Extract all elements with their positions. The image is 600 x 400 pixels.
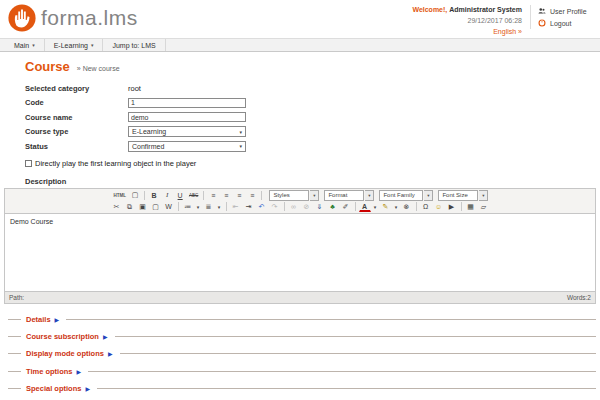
- outdent-button[interactable]: ⇤: [230, 201, 242, 212]
- section-course-subscription[interactable]: Course subscription▶: [8, 328, 596, 345]
- fontfamily-select-chevron-icon[interactable]: ▾: [424, 190, 433, 201]
- backcolor-button[interactable]: ✎: [380, 201, 392, 212]
- forma-lms-logo[interactable]: forma.lms: [7, 3, 138, 33]
- paste-text-button[interactable]: ▢: [150, 201, 162, 212]
- italic-button[interactable]: I: [161, 190, 173, 201]
- styles-select[interactable]: Styles: [269, 190, 309, 201]
- section-special-options[interactable]: Special options▶: [8, 380, 596, 397]
- bold-button[interactable]: B: [148, 190, 160, 201]
- paste-word-button[interactable]: W: [163, 201, 175, 212]
- numbered-list-button[interactable]: ≣: [203, 201, 215, 212]
- strikethrough-button[interactable]: ABC: [187, 190, 200, 201]
- section-rule-right: [120, 353, 596, 354]
- remove-format-button[interactable]: ⊗: [401, 201, 413, 212]
- bullet-list-button[interactable]: ≔: [182, 201, 194, 212]
- fontsize-select[interactable]: Font Size: [438, 190, 478, 201]
- status-select[interactable]: Confirmed ▾: [128, 141, 246, 152]
- description-label: Description: [25, 177, 600, 186]
- header-user-info: Welcome!, Administrator System 29/12/201…: [412, 5, 522, 38]
- course-name-input[interactable]: [128, 112, 246, 122]
- course-form: Selected category root Code Course name …: [25, 81, 600, 169]
- media-button[interactable]: ▶: [446, 201, 458, 212]
- selected-category-value: root: [128, 84, 141, 93]
- forecolor-menu-button[interactable]: ▾: [372, 201, 379, 212]
- editor-content-area[interactable]: Demo Course: [5, 213, 595, 291]
- user-profile-link[interactable]: User Profile: [538, 5, 594, 17]
- align-justify-button[interactable]: ≡: [246, 190, 258, 201]
- section-rule-right: [66, 319, 596, 320]
- autoplay-checkbox[interactable]: [25, 160, 32, 167]
- code-input[interactable]: [128, 98, 246, 108]
- logout-label: Logout: [550, 20, 571, 27]
- html-source-button[interactable]: HTML: [112, 190, 129, 201]
- underline-button[interactable]: U: [174, 190, 186, 201]
- course-name-label: Course name: [25, 113, 128, 122]
- redo-button[interactable]: ↷: [269, 201, 281, 212]
- menu-item-jump-to-lms[interactable]: Jump to: LMS: [103, 39, 165, 51]
- new-document-button[interactable]: ▢: [129, 190, 141, 201]
- align-right-button[interactable]: ≡: [233, 190, 245, 201]
- page-title: Course: [25, 59, 70, 74]
- forecolor-button[interactable]: A: [359, 202, 371, 212]
- image-button[interactable]: ♣: [327, 201, 339, 212]
- section-rule-right: [115, 336, 596, 337]
- toolbar-separator: [261, 191, 262, 200]
- anchor-button[interactable]: ⇓: [314, 201, 326, 212]
- indent-button[interactable]: ⇥: [243, 201, 255, 212]
- menu-item-label: E-Learning: [54, 42, 88, 49]
- description-editor: HTML▢BIUABC≡≡≡≡Styles▾Format▾Font Family…: [4, 188, 596, 304]
- logo-text: forma.lms: [41, 6, 138, 30]
- menu-item-e-learning[interactable]: E-Learning▾: [45, 39, 104, 51]
- emoticons-button[interactable]: ☺: [433, 201, 445, 212]
- special-char-button[interactable]: Ω: [420, 201, 432, 212]
- selected-category-row: Selected category root: [25, 81, 600, 96]
- status-value: Confirmed: [132, 143, 164, 150]
- toolbar-separator: [284, 202, 285, 211]
- styles-select-chevron-icon[interactable]: ▾: [310, 190, 319, 201]
- status-label: Status: [25, 142, 128, 151]
- table-button[interactable]: ▦: [465, 201, 477, 212]
- toolbar-separator: [416, 202, 417, 211]
- fontfamily-select[interactable]: Font Family: [379, 190, 423, 201]
- selected-category-label: Selected category: [25, 84, 128, 93]
- align-left-button[interactable]: ≡: [207, 190, 219, 201]
- section-rule-right: [97, 388, 596, 389]
- template-button[interactable]: ▱: [478, 201, 490, 212]
- format-select[interactable]: Format: [324, 190, 364, 201]
- section-time-options[interactable]: Time options▶: [8, 363, 596, 380]
- format-select-chevron-icon[interactable]: ▾: [365, 190, 374, 201]
- user-name: Administrator System: [449, 6, 522, 13]
- datetime-text: 29/12/2017 06:28: [412, 16, 522, 27]
- code-row: Code: [25, 96, 600, 111]
- section-display-mode-options[interactable]: Display mode options▶: [8, 345, 596, 362]
- undo-button[interactable]: ↶: [256, 201, 268, 212]
- language-selector[interactable]: English »: [412, 27, 522, 38]
- logout-link[interactable]: Logout: [538, 17, 594, 29]
- cleanup-button[interactable]: ✐: [340, 201, 352, 212]
- section-label: Course subscription: [26, 332, 99, 341]
- numbered-list-menu-button[interactable]: ▾: [216, 201, 223, 212]
- link-button[interactable]: ∞: [288, 201, 300, 212]
- backcolor-menu-button[interactable]: ▾: [393, 201, 400, 212]
- menu-item-main[interactable]: Main▾: [5, 39, 45, 51]
- menu-item-label: Main: [14, 42, 29, 49]
- align-center-button[interactable]: ≡: [220, 190, 232, 201]
- section-details[interactable]: Details▶: [8, 311, 596, 328]
- page-header: forma.lms Welcome!, Administrator System…: [0, 0, 600, 38]
- cut-button[interactable]: ✂: [111, 201, 123, 212]
- chevron-down-icon: ▾: [239, 129, 242, 135]
- section-rule-left: [8, 319, 21, 320]
- bullet-list-menu-button[interactable]: ▾: [195, 201, 202, 212]
- unlink-button[interactable]: ⊘: [301, 201, 313, 212]
- copy-button[interactable]: ⧉: [124, 201, 136, 212]
- fontsize-select-chevron-icon[interactable]: ▾: [479, 190, 488, 201]
- section-rule-left: [8, 336, 21, 337]
- section-rule-left: [8, 353, 21, 354]
- status-row: Status Confirmed ▾: [25, 139, 600, 154]
- toolbar-separator: [226, 202, 227, 211]
- course-type-select[interactable]: E-Learning ▾: [128, 126, 246, 137]
- accordion-sections: Details▶Course subscription▶Display mode…: [8, 311, 596, 400]
- expand-arrow-icon: ▶: [108, 350, 113, 357]
- paste-button[interactable]: ▣: [137, 201, 149, 212]
- section-rule-right: [88, 371, 596, 372]
